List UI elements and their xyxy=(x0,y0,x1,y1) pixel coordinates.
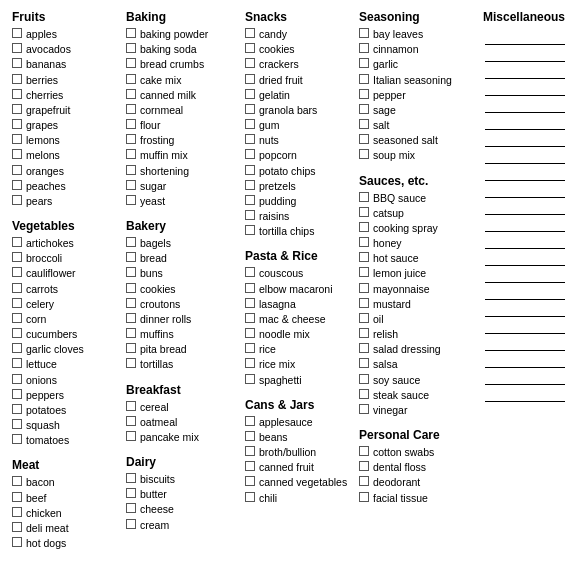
list-item[interactable]: sugar xyxy=(126,179,241,193)
checkbox-icon[interactable] xyxy=(12,537,22,547)
list-item[interactable]: pretzels xyxy=(245,179,355,193)
checkbox-icon[interactable] xyxy=(12,434,22,444)
checkbox-icon[interactable] xyxy=(12,389,22,399)
misc-line[interactable] xyxy=(483,258,580,272)
list-item[interactable]: yeast xyxy=(126,194,241,208)
checkbox-icon[interactable] xyxy=(359,313,369,323)
list-item[interactable]: raisins xyxy=(245,209,355,223)
checkbox-icon[interactable] xyxy=(359,404,369,414)
list-item[interactable]: catsup xyxy=(359,206,479,220)
list-item[interactable]: salt xyxy=(359,118,479,132)
list-item[interactable]: garlic cloves xyxy=(12,342,122,356)
checkbox-icon[interactable] xyxy=(126,401,136,411)
list-item[interactable]: canned vegetables xyxy=(245,475,355,489)
misc-line[interactable] xyxy=(483,54,580,68)
checkbox-icon[interactable] xyxy=(245,374,255,384)
checkbox-icon[interactable] xyxy=(12,89,22,99)
list-item[interactable]: mac & cheese xyxy=(245,312,355,326)
misc-line[interactable] xyxy=(483,156,580,170)
checkbox-icon[interactable] xyxy=(245,149,255,159)
checkbox-icon[interactable] xyxy=(12,180,22,190)
checkbox-icon[interactable] xyxy=(359,104,369,114)
list-item[interactable]: steak sauce xyxy=(359,388,479,402)
checkbox-icon[interactable] xyxy=(245,89,255,99)
misc-line[interactable] xyxy=(483,37,580,51)
checkbox-icon[interactable] xyxy=(245,267,255,277)
list-item[interactable]: peppers xyxy=(12,388,122,402)
checkbox-icon[interactable] xyxy=(12,43,22,53)
list-item[interactable]: facial tissue xyxy=(359,491,479,505)
checkbox-icon[interactable] xyxy=(12,313,22,323)
checkbox-icon[interactable] xyxy=(12,252,22,262)
misc-line[interactable] xyxy=(483,173,580,187)
list-item[interactable]: grapes xyxy=(12,118,122,132)
misc-line[interactable] xyxy=(483,360,580,374)
list-item[interactable]: rice mix xyxy=(245,357,355,371)
list-item[interactable]: bay leaves xyxy=(359,27,479,41)
list-item[interactable]: tortillas xyxy=(126,357,241,371)
list-item[interactable]: melons xyxy=(12,148,122,162)
checkbox-icon[interactable] xyxy=(245,28,255,38)
checkbox-icon[interactable] xyxy=(245,43,255,53)
list-item[interactable]: cauliflower xyxy=(12,266,122,280)
misc-line[interactable] xyxy=(483,326,580,340)
checkbox-icon[interactable] xyxy=(12,74,22,84)
checkbox-icon[interactable] xyxy=(126,89,136,99)
list-item[interactable]: canned milk xyxy=(126,88,241,102)
misc-line[interactable] xyxy=(483,207,580,221)
list-item[interactable]: peaches xyxy=(12,179,122,193)
checkbox-icon[interactable] xyxy=(126,519,136,529)
list-item[interactable]: beans xyxy=(245,430,355,444)
checkbox-icon[interactable] xyxy=(12,58,22,68)
checkbox-icon[interactable] xyxy=(245,225,255,235)
list-item[interactable]: honey xyxy=(359,236,479,250)
checkbox-icon[interactable] xyxy=(126,134,136,144)
checkbox-icon[interactable] xyxy=(126,416,136,426)
checkbox-icon[interactable] xyxy=(245,104,255,114)
checkbox-icon[interactable] xyxy=(126,104,136,114)
list-item[interactable]: chicken xyxy=(12,506,122,520)
list-item[interactable]: baking powder xyxy=(126,27,241,41)
checkbox-icon[interactable] xyxy=(12,507,22,517)
checkbox-icon[interactable] xyxy=(245,210,255,220)
list-item[interactable]: onions xyxy=(12,373,122,387)
list-item[interactable]: butter xyxy=(126,487,241,501)
list-item[interactable]: bread xyxy=(126,251,241,265)
checkbox-icon[interactable] xyxy=(12,328,22,338)
list-item[interactable]: gum xyxy=(245,118,355,132)
checkbox-icon[interactable] xyxy=(359,461,369,471)
checkbox-icon[interactable] xyxy=(245,298,255,308)
checkbox-icon[interactable] xyxy=(359,74,369,84)
checkbox-icon[interactable] xyxy=(12,343,22,353)
checkbox-icon[interactable] xyxy=(245,328,255,338)
checkbox-icon[interactable] xyxy=(359,374,369,384)
checkbox-icon[interactable] xyxy=(12,476,22,486)
checkbox-icon[interactable] xyxy=(12,374,22,384)
list-item[interactable]: gelatin xyxy=(245,88,355,102)
list-item[interactable]: soy sauce xyxy=(359,373,479,387)
list-item[interactable]: oatmeal xyxy=(126,415,241,429)
list-item[interactable]: pita bread xyxy=(126,342,241,356)
checkbox-icon[interactable] xyxy=(359,389,369,399)
list-item[interactable]: spaghetti xyxy=(245,373,355,387)
checkbox-icon[interactable] xyxy=(245,58,255,68)
list-item[interactable]: canned fruit xyxy=(245,460,355,474)
list-item[interactable]: bananas xyxy=(12,57,122,71)
list-item[interactable]: noodle mix xyxy=(245,327,355,341)
checkbox-icon[interactable] xyxy=(126,74,136,84)
checkbox-icon[interactable] xyxy=(359,119,369,129)
list-item[interactable]: lemons xyxy=(12,133,122,147)
list-item[interactable]: salsa xyxy=(359,357,479,371)
checkbox-icon[interactable] xyxy=(245,476,255,486)
checkbox-icon[interactable] xyxy=(359,207,369,217)
list-item[interactable]: cotton swabs xyxy=(359,445,479,459)
checkbox-icon[interactable] xyxy=(359,476,369,486)
checkbox-icon[interactable] xyxy=(126,343,136,353)
list-item[interactable]: soup mix xyxy=(359,148,479,162)
checkbox-icon[interactable] xyxy=(245,165,255,175)
checkbox-icon[interactable] xyxy=(359,492,369,502)
checkbox-icon[interactable] xyxy=(12,522,22,532)
checkbox-icon[interactable] xyxy=(12,134,22,144)
list-item[interactable]: berries xyxy=(12,73,122,87)
checkbox-icon[interactable] xyxy=(12,165,22,175)
